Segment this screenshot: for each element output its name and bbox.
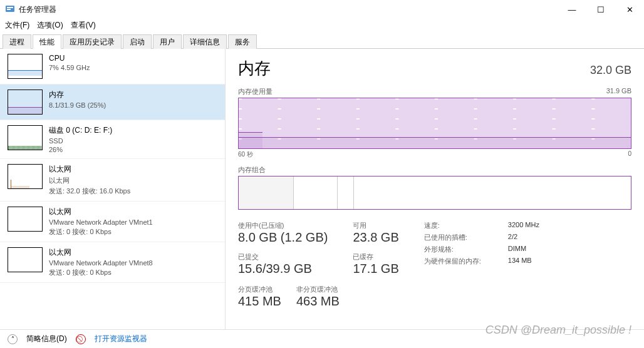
stat-paged-pool: 分页缓冲池 415 MB	[238, 285, 281, 309]
fewer-details-link[interactable]: 简略信息(D)	[26, 334, 67, 344]
tab-users[interactable]: 用户	[153, 34, 182, 49]
sidebar-item-ethernet-2[interactable]: 以太网 VMware Network Adapter VMnet8 发送: 0 …	[0, 242, 225, 283]
sidebar-item-sub: 7% 4.59 GHz	[49, 64, 90, 71]
menu-file[interactable]: 文件(F)	[5, 20, 29, 31]
sidebar-item-cpu[interactable]: CPU 7% 4.59 GHz	[0, 49, 225, 84]
sidebar-item-memory[interactable]: 内存 8.1/31.9 GB (25%)	[0, 84, 225, 120]
ethernet-thumbnail-icon	[8, 207, 43, 232]
sidebar: CPU 7% 4.59 GHz 内存 8.1/31.9 GB (25%) 磁盘 …	[0, 49, 226, 329]
sidebar-item-label: CPU	[49, 54, 90, 63]
tabs: 进程 性能 应用历史记录 启动 用户 详细信息 服务	[0, 34, 644, 49]
x-axis-right: 0	[628, 150, 631, 159]
sidebar-item-label: 磁盘 0 (C: D: E: F:)	[49, 125, 112, 136]
memory-composition-chart	[238, 176, 631, 210]
tab-details[interactable]: 详细信息	[183, 34, 227, 49]
tab-app-history[interactable]: 应用历史记录	[63, 34, 122, 49]
sidebar-item-ethernet-0[interactable]: 以太网 以太网 发送: 32.0 接收: 16.0 Kbps	[0, 159, 225, 202]
chart-max: 31.9 GB	[606, 87, 631, 96]
sidebar-item-label: 以太网	[49, 207, 153, 217]
memory-thumbnail-icon	[8, 90, 43, 115]
memory-meta: 速度:3200 MHz 已使用的插槽:2/2 外形规格:DIMM 为硬件保留的内…	[424, 221, 539, 276]
svg-rect-2	[7, 9, 11, 10]
sidebar-item-sub: SSD	[49, 137, 112, 145]
stat-cached: 已缓存 17.1 GB	[353, 252, 398, 276]
sidebar-item-sub2: 发送: 0 接收: 0 Kbps	[49, 227, 153, 237]
sidebar-item-label: 内存	[49, 90, 106, 100]
memory-total: 32.0 GB	[590, 64, 631, 77]
chart-label: 内存使用量	[238, 87, 273, 96]
maximize-button[interactable]: ☐	[586, 0, 615, 19]
x-axis-left: 60 秒	[238, 150, 253, 159]
sidebar-item-sub: VMware Network Adapter VMnet1	[49, 218, 153, 226]
tab-processes[interactable]: 进程	[3, 34, 31, 49]
ethernet-thumbnail-icon	[8, 164, 43, 189]
titlebar: 任务管理器 — ☐ ✕	[0, 0, 644, 19]
main-panel: 内存 32.0 GB 内存使用量 31.9 GB 60 秒 0 内存组合 使用中…	[226, 49, 644, 329]
ethernet-thumbnail-icon	[8, 247, 43, 272]
sidebar-item-sub: VMware Network Adapter VMnet8	[49, 259, 153, 267]
stat-available: 可用 23.8 GB	[353, 221, 398, 245]
open-resource-monitor-link[interactable]: 打开资源监视器	[95, 334, 147, 344]
stat-nonpaged-pool: 非分页缓冲池 463 MB	[296, 285, 340, 309]
memory-usage-chart	[238, 98, 631, 149]
sidebar-item-sub2: 26%	[49, 146, 112, 153]
tab-performance[interactable]: 性能	[33, 34, 61, 49]
stat-committed: 已提交 15.6/39.9 GB	[238, 252, 328, 276]
cpu-thumbnail-icon	[8, 54, 43, 79]
svg-rect-1	[7, 7, 13, 8]
window-title: 任务管理器	[19, 4, 558, 15]
sidebar-item-sub: 8.1/31.9 GB (25%)	[49, 101, 106, 109]
menu-view[interactable]: 查看(V)	[71, 20, 96, 31]
stat-in-use: 使用中(已压缩) 8.0 GB (1.2 GB)	[238, 221, 328, 245]
sidebar-item-sub: 以太网	[49, 176, 130, 185]
sidebar-item-label: 以太网	[49, 247, 153, 258]
sidebar-item-label: 以太网	[49, 164, 130, 175]
close-button[interactable]: ✕	[615, 0, 644, 19]
app-icon	[5, 4, 15, 14]
menubar: 文件(F) 选项(O) 查看(V)	[0, 19, 644, 31]
composition-label: 内存组合	[238, 165, 631, 175]
resource-monitor-icon: ⃠	[76, 334, 86, 344]
disk-thumbnail-icon	[8, 125, 43, 150]
footer: ˄ 简略信息(D) ⃠ 打开资源监视器	[0, 329, 644, 348]
sidebar-item-disk[interactable]: 磁盘 0 (C: D: E: F:) SSD 26%	[0, 120, 225, 159]
sidebar-item-sub2: 发送: 32.0 接收: 16.0 Kbps	[49, 187, 130, 196]
tab-startup[interactable]: 启动	[123, 34, 152, 49]
sidebar-item-ethernet-1[interactable]: 以太网 VMware Network Adapter VMnet1 发送: 0 …	[0, 202, 225, 242]
page-title: 内存	[238, 58, 271, 79]
menu-options[interactable]: 选项(O)	[37, 20, 63, 31]
tab-services[interactable]: 服务	[228, 34, 257, 49]
minimize-button[interactable]: —	[558, 0, 586, 19]
sidebar-item-sub2: 发送: 0 接收: 0 Kbps	[49, 268, 153, 277]
chevron-up-icon[interactable]: ˄	[8, 334, 18, 344]
